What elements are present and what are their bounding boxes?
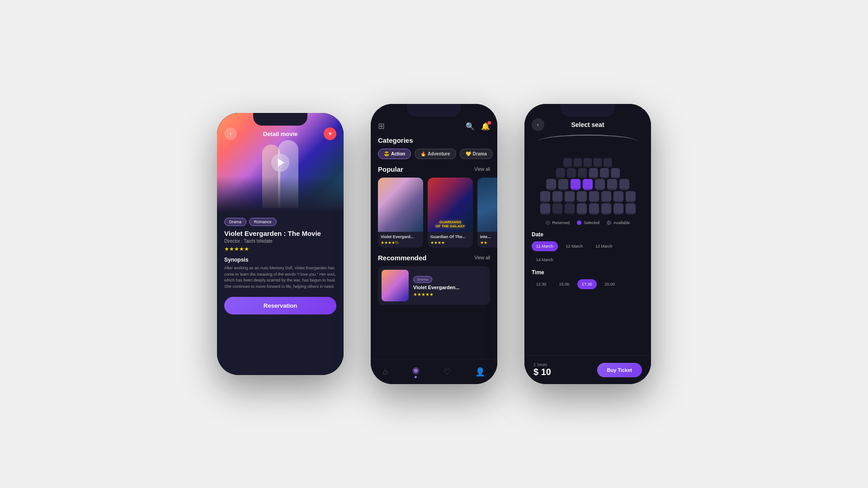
movie2-title: Guardian Of The... (430, 235, 470, 239)
nav-favorites[interactable]: ♡ (443, 367, 451, 377)
recommended-row: Drama Violet Evergarden... ★★★★★ (371, 266, 497, 305)
legend-selected: Selected (577, 221, 599, 225)
seat-4-6[interactable] (601, 191, 611, 201)
popular-movie-1[interactable]: Violet Evergard... ★★★★½ (378, 178, 423, 248)
nav-home[interactable]: ⌂ (383, 367, 388, 376)
category-drama[interactable]: 💛 Drama (460, 149, 493, 159)
drama-label: Drama (473, 151, 487, 156)
seat-header: ‹ Select seat (524, 104, 651, 135)
movie3-stars: ★★ (480, 240, 497, 245)
rec-movie-info: Drama Violet Evergarden... ★★★★★ (413, 274, 486, 297)
seat-3-3[interactable] (571, 179, 580, 189)
reservation-button[interactable]: Reservation (224, 297, 336, 314)
seat-3-2[interactable] (558, 179, 568, 189)
profile-icon: 👤 (475, 367, 485, 377)
seat-4-2[interactable] (552, 191, 562, 201)
time-1230[interactable]: 12.30 (532, 279, 551, 289)
tag-romance: Romance (249, 218, 277, 226)
reserved-dot (546, 221, 550, 225)
heart-icon: ♡ (443, 367, 451, 377)
popular-view-all[interactable]: View all (475, 167, 490, 172)
reserved-label: Reserved (552, 221, 570, 225)
time-section: Time 12.30 15.00 17.30 20.00 (524, 269, 651, 294)
favorite-button[interactable]: ♥ (324, 127, 336, 140)
recommended-view-all[interactable]: View all (475, 255, 490, 260)
seat-2-4[interactable] (589, 168, 598, 177)
date-13march[interactable]: 13 March (591, 241, 617, 251)
detail-header: ‹ Detail movie ♥ (217, 127, 344, 140)
selected-label: Selected (584, 221, 599, 225)
seat-3-4[interactable] (583, 179, 593, 189)
popular-movies-row: Violet Evergard... ★★★★½ GUARDIANSOF THE… (371, 178, 497, 254)
seat-3-5[interactable] (595, 179, 605, 189)
movie-tags: Drama Romance (224, 218, 336, 226)
selected-dot (577, 221, 581, 225)
synopsis-text: After working as an Auto Memory Doll, Vi… (224, 265, 336, 290)
nav-discover[interactable]: ◉ (412, 365, 420, 378)
date-12march[interactable]: 12 March (561, 241, 588, 251)
movie-director: Director : Taichi Ishidate (224, 239, 336, 244)
seat-2-5[interactable] (600, 168, 609, 177)
seat-4-4[interactable] (577, 191, 587, 201)
search-button[interactable]: 🔍 (466, 122, 475, 131)
seat-4-3[interactable] (565, 191, 575, 201)
rec-movie-image (382, 270, 409, 301)
grid-icon[interactable]: ⊞ (378, 121, 385, 131)
nav-active-dot (415, 376, 417, 378)
recommended-section-header: Recommended View all (371, 254, 497, 266)
tag-drama: Drama (224, 218, 246, 226)
date-11march[interactable]: 11 March (532, 241, 558, 251)
seat-5-2[interactable] (552, 203, 562, 213)
seat-1-2[interactable] (574, 158, 582, 167)
adventure-emoji: 🔥 (420, 151, 426, 156)
popular-label: Popular (378, 165, 403, 173)
seat-1-5[interactable] (604, 158, 612, 167)
seat-4-8[interactable] (626, 191, 636, 201)
seat-1-1[interactable] (563, 158, 572, 167)
seat-1-3[interactable] (584, 158, 592, 167)
seat-3-1[interactable] (546, 179, 556, 189)
seat-4-1[interactable] (540, 191, 550, 201)
seat-2-3[interactable] (578, 168, 587, 177)
seat-2-6[interactable] (611, 168, 620, 177)
seat-4-5[interactable] (589, 191, 599, 201)
seat-back-button[interactable]: ‹ (532, 118, 544, 131)
recommended-movie-1[interactable]: Drama Violet Evergarden... ★★★★★ (378, 266, 490, 305)
seat-5-8[interactable] (626, 203, 636, 213)
seat-5-4[interactable] (577, 203, 587, 213)
seat-1-4[interactable] (594, 158, 602, 167)
nav-profile[interactable]: 👤 (475, 367, 485, 377)
time-1730[interactable]: 17.30 (577, 279, 597, 289)
seat-5-7[interactable] (613, 203, 623, 213)
seat-3-7[interactable] (619, 179, 629, 189)
categories-row: 😎 Action 🔥 Adventure 💛 Drama (371, 149, 497, 165)
category-action[interactable]: 😎 Action (378, 149, 411, 159)
seat-2-2[interactable] (567, 168, 576, 177)
date-14march[interactable]: 14 March (532, 255, 558, 265)
seat-5-3[interactable] (565, 203, 575, 213)
seat-row-2 (556, 168, 619, 177)
phone3-screen: ‹ Select seat (524, 104, 651, 384)
price-info: 2 Seats $ 10 (533, 362, 551, 377)
rec-title: Violet Evergarden... (413, 285, 486, 290)
categories-section-header: Categories (371, 136, 497, 149)
seat-4-7[interactable] (613, 191, 623, 201)
play-button[interactable] (271, 154, 289, 172)
seat-3-6[interactable] (607, 179, 617, 189)
seat-5-6[interactable] (601, 203, 611, 213)
seat-5-5[interactable] (589, 203, 599, 213)
seat-legend: Reserved Selected Available (524, 221, 651, 231)
rec-stars: ★★★★★ (413, 292, 486, 297)
time-1500[interactable]: 15.00 (555, 279, 574, 289)
time-2000[interactable]: 20.00 (600, 279, 620, 289)
seat-5-1[interactable] (540, 203, 550, 213)
hero-overlay (217, 176, 344, 212)
notification-button[interactable]: 🔔 (481, 122, 490, 131)
seat-2-1[interactable] (556, 168, 565, 177)
back-button[interactable]: ‹ (224, 127, 237, 140)
legend-reserved: Reserved (546, 221, 570, 225)
buy-ticket-button[interactable]: Buy Ticket (597, 363, 642, 377)
category-adventure[interactable]: 🔥 Adventure (415, 149, 456, 159)
popular-movie-2[interactable]: GUARDIANSOF THE GALAXY Guardian Of The..… (428, 178, 473, 248)
popular-movie-3[interactable]: Inte... ★★ (477, 178, 497, 248)
